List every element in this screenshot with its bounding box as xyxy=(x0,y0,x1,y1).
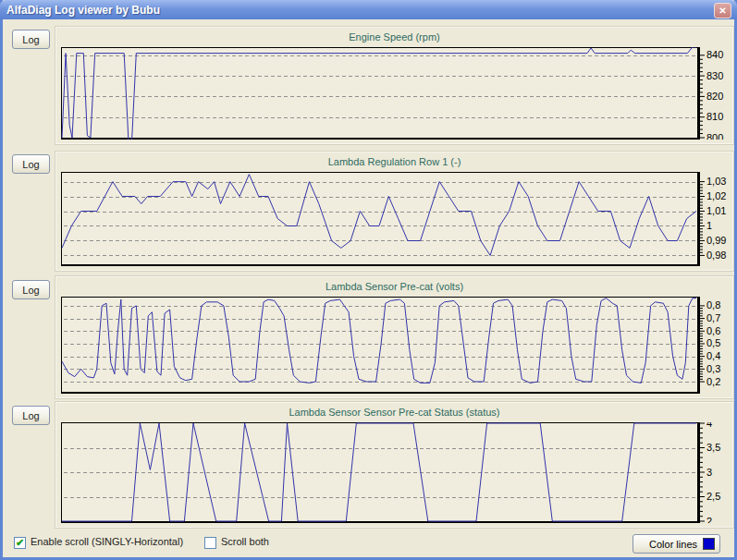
svg-text:1,03: 1,03 xyxy=(706,176,726,187)
svg-text:0,4: 0,4 xyxy=(706,350,720,361)
footer-bar: ✔ Enable scroll (SINGLY-Horizontal) Scro… xyxy=(3,533,734,555)
svg-text:820: 820 xyxy=(706,91,723,102)
log-button-engine-speed[interactable]: Log xyxy=(12,30,50,49)
svg-text:0,2: 0,2 xyxy=(706,376,720,387)
svg-text:1,02: 1,02 xyxy=(706,190,726,201)
checkmark-icon: ✔ xyxy=(16,538,24,548)
svg-text:810: 810 xyxy=(706,111,723,122)
color-lines-label: Color lines xyxy=(649,539,697,550)
enable-scroll-label: Enable scroll (SINGLY-Horizontal) xyxy=(31,536,183,547)
chart-panel-lambda-regulation: Lambda Regulation Row 1 (-) 1,031,021,01… xyxy=(55,152,733,271)
plot-canvas: 43,532,52 xyxy=(61,422,731,523)
svg-text:2,5: 2,5 xyxy=(706,491,720,502)
svg-text:0,6: 0,6 xyxy=(706,325,720,336)
chart-title-lambda-regulation: Lambda Regulation Row 1 (-) xyxy=(56,152,732,171)
close-icon: ✕ xyxy=(719,6,726,16)
scroll-both-label: Scroll both xyxy=(221,536,269,547)
chart-panel-lambda-precat: Lambda Sensor Pre-cat (volts) 0,80,70,60… xyxy=(55,276,733,398)
svg-text:1: 1 xyxy=(706,220,712,231)
plot-canvas: 840830820810800 xyxy=(61,47,731,140)
line-color-swatch xyxy=(703,538,715,550)
svg-text:840: 840 xyxy=(706,49,723,60)
lambda-regulation-plot[interactable]: 1,031,021,0110,990,98 xyxy=(61,172,731,266)
log-button-lambda-regulation[interactable]: Log xyxy=(12,154,50,174)
svg-text:0,98: 0,98 xyxy=(706,250,726,261)
svg-text:3,5: 3,5 xyxy=(706,442,720,453)
chart-title-engine-speed: Engine Speed (rpm) xyxy=(56,28,732,46)
app-window: AlfaDiag Log viewer by Bubu ✕ Log Log Lo… xyxy=(0,0,737,560)
scroll-both-checkbox[interactable] xyxy=(204,537,216,549)
log-button-lambda-precat[interactable]: Log xyxy=(12,280,50,299)
chart-title-lambda-precat: Lambda Sensor Pre-cat (volts) xyxy=(56,277,732,296)
engine-speed-plot[interactable]: 840830820810800 xyxy=(61,47,731,140)
log-button-precat-status[interactable]: Log xyxy=(12,406,50,425)
lambda-precat-plot[interactable]: 0,80,70,60,50,40,30,2 xyxy=(61,297,731,394)
close-button[interactable]: ✕ xyxy=(714,3,731,18)
enable-scroll-checkbox[interactable]: ✔ xyxy=(14,537,26,549)
plot-canvas: 0,80,70,60,50,40,30,2 xyxy=(61,297,731,394)
svg-text:0,3: 0,3 xyxy=(706,363,720,374)
chart-panel-engine-speed: Engine Speed (rpm) 840830820810800 xyxy=(55,27,733,144)
svg-text:0,5: 0,5 xyxy=(706,337,720,348)
svg-text:4: 4 xyxy=(706,422,712,429)
svg-text:830: 830 xyxy=(706,70,723,81)
precat-status-plot[interactable]: 43,532,52 xyxy=(61,422,731,523)
svg-text:0,7: 0,7 xyxy=(706,312,720,323)
svg-text:3: 3 xyxy=(706,467,712,478)
svg-text:0,8: 0,8 xyxy=(706,299,720,310)
title-bar[interactable]: AlfaDiag Log viewer by Bubu ✕ xyxy=(0,0,737,19)
svg-text:2: 2 xyxy=(706,516,712,524)
color-lines-button[interactable]: Color lines xyxy=(633,534,720,554)
window-title: AlfaDiag Log viewer by Bubu xyxy=(0,4,160,17)
svg-text:0,99: 0,99 xyxy=(706,235,726,246)
chart-title-precat-status: Lambda Sensor Sensor Pre-cat Status (sta… xyxy=(56,403,732,421)
plot-canvas: 1,031,021,0110,990,98 xyxy=(61,172,731,266)
chart-panel-precat-status: Lambda Sensor Sensor Pre-cat Status (sta… xyxy=(55,402,733,528)
svg-text:800: 800 xyxy=(706,132,723,140)
svg-text:1,01: 1,01 xyxy=(706,205,726,216)
